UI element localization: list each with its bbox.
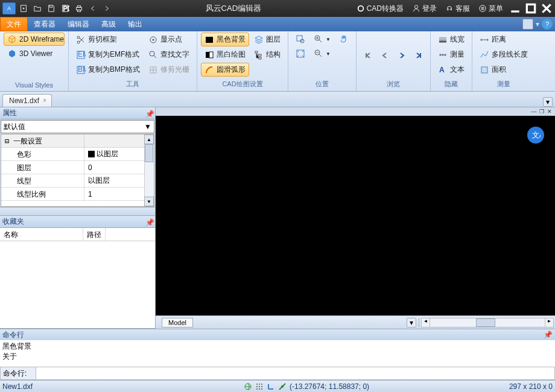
hide-measure-button[interactable]: 测量: [434, 48, 468, 62]
menu-viewer[interactable]: 查看器: [28, 17, 62, 31]
grid-snap-icon[interactable]: [255, 382, 264, 391]
prop-row-color[interactable]: 色彩以图层: [1, 148, 154, 161]
pan-button[interactable]: [335, 33, 352, 46]
open-file-icon[interactable]: [31, 2, 43, 14]
col-name[interactable]: 名称: [0, 228, 83, 241]
props-scrollbar[interactable]: [144, 134, 154, 206]
copy-bmp-button[interactable]: BMP复制为BMP格式: [72, 63, 144, 77]
zoom-out-button[interactable]: ▼: [310, 47, 334, 60]
svg-rect-5: [77, 10, 80, 12]
status-filename: New1.dxf: [2, 382, 244, 391]
app-title: 风云CAD编辑器: [113, 3, 354, 14]
pin-icon[interactable]: 📌: [145, 110, 153, 117]
zoom-extents-button[interactable]: [292, 47, 309, 60]
pin-icon[interactable]: 📌: [544, 330, 553, 339]
cad-converter-button[interactable]: CAD转换器: [354, 2, 406, 15]
nav-last-button[interactable]: [411, 49, 427, 62]
model-tab[interactable]: Model: [162, 318, 193, 327]
redo-icon[interactable]: [101, 2, 113, 14]
favorites-header: 收藏夹 📌: [0, 216, 155, 228]
nav-first-button[interactable]: [360, 49, 376, 62]
menu-output[interactable]: 输出: [122, 17, 148, 31]
prop-row-linescale[interactable]: 线型比例1: [1, 188, 154, 201]
mono-draw-button[interactable]: 黑白绘图: [201, 48, 249, 62]
save-pdf-icon[interactable]: PDF: [59, 2, 71, 14]
close-button[interactable]: [541, 3, 553, 14]
prop-row-linetype[interactable]: 线型以图层: [1, 174, 154, 188]
properties-grid: ⊟ 一般设置 色彩以图层 图层0 线型以图层 线型比例1 ▲ ▼: [1, 134, 154, 207]
theme-button[interactable]: [522, 19, 533, 30]
structure-button[interactable]: 结构: [250, 48, 284, 62]
svg-rect-21: [209, 52, 213, 58]
canvas-hscroll[interactable]: ◄ ►: [421, 318, 554, 327]
doc-restore-icon[interactable]: ❐: [539, 109, 545, 115]
viewer-3d-button[interactable]: 3D Viewer: [4, 47, 65, 60]
distance-button[interactable]: 距离: [476, 33, 531, 46]
favorites-columns: 名称 路径: [0, 228, 155, 241]
scroll-down-button[interactable]: ▼: [144, 197, 154, 206]
support-button[interactable]: 客服: [443, 2, 472, 15]
save-icon[interactable]: [45, 2, 57, 14]
nav-prev-button[interactable]: [377, 49, 393, 62]
minimize-button[interactable]: [509, 3, 521, 14]
zoom-window-button[interactable]: [292, 33, 309, 46]
layers-button[interactable]: 图层: [250, 33, 284, 46]
scroll-up-button[interactable]: ▲: [144, 134, 154, 144]
translate-badge-icon[interactable]: 文A: [527, 127, 544, 144]
layout-dropdown[interactable]: ▾: [407, 318, 416, 327]
linewidth-button[interactable]: 线宽: [434, 33, 468, 46]
col-path[interactable]: 路径: [83, 228, 106, 241]
group-browse-label: 浏览: [360, 78, 427, 90]
menu-button[interactable]: 菜单: [476, 2, 506, 15]
hide-text-button[interactable]: A文本: [434, 63, 468, 77]
osnap-icon[interactable]: [278, 382, 287, 391]
drawing-canvas[interactable]: 文A: [156, 116, 555, 315]
black-bg-button[interactable]: 黑色背景: [201, 33, 249, 46]
zoom-in-button[interactable]: ▼: [310, 33, 334, 46]
file-tab[interactable]: New1.dxf×: [2, 94, 52, 107]
copy-emf-button[interactable]: EMF复制为EMF格式: [72, 48, 144, 62]
show-point-button[interactable]: 显示点: [145, 33, 193, 46]
polylength-button[interactable]: 多段线长度: [476, 48, 531, 62]
menu-advanced[interactable]: 高级: [95, 17, 122, 31]
svg-point-37: [256, 386, 258, 387]
doc-min-icon[interactable]: —: [531, 109, 537, 115]
menubar: 文件 查看器 编辑器 高级 输出 ▾ ?: [0, 17, 555, 31]
smooth-arc-button[interactable]: 圆滑弧形: [201, 63, 249, 77]
nav-next-button[interactable]: [394, 49, 410, 62]
svg-point-39: [261, 386, 262, 387]
help-button[interactable]: ?: [542, 19, 553, 30]
prop-row-layer[interactable]: 图层0: [1, 161, 154, 174]
new-file-icon[interactable]: [17, 2, 30, 14]
text-icon: A: [438, 65, 448, 75]
color-swatch-icon: [88, 151, 95, 157]
titlebar: A PDF 风云CAD编辑器 CAD转换器 登录 客服 菜单: [0, 0, 555, 17]
tabstrip-dropdown[interactable]: ▾: [543, 97, 553, 107]
group-cad-settings-label: CAD绘图设置: [201, 78, 284, 90]
menu-file[interactable]: 文件: [0, 17, 28, 31]
mono-icon: [205, 50, 214, 60]
doc-close-icon[interactable]: ✕: [547, 109, 553, 115]
point-icon: [148, 35, 158, 45]
search-icon: [148, 50, 158, 60]
area-button[interactable]: 面积: [476, 63, 531, 77]
clip-frame-button[interactable]: 剪切框架: [72, 33, 144, 46]
tab-close-icon[interactable]: ×: [43, 97, 49, 103]
ortho-icon[interactable]: [267, 382, 275, 391]
properties-combo[interactable]: 默认值▼: [1, 120, 154, 133]
pin-icon[interactable]: 📌: [145, 218, 153, 226]
status-dimensions: 297 x 210 x 0: [509, 382, 553, 391]
svg-point-6: [358, 6, 363, 11]
wireframe-2d-button[interactable]: 2D Wireframe: [4, 33, 65, 46]
svg-point-36: [261, 384, 262, 385]
command-input[interactable]: [36, 367, 555, 380]
black-rect-icon: [205, 35, 214, 45]
globe-icon[interactable]: [244, 382, 252, 391]
menu-editor[interactable]: 编辑器: [62, 17, 95, 31]
print-icon[interactable]: [73, 2, 85, 14]
undo-icon[interactable]: [87, 2, 99, 14]
emf-icon: EMF: [76, 50, 86, 60]
login-button[interactable]: 登录: [410, 2, 439, 15]
maximize-button[interactable]: [525, 3, 537, 14]
find-text-button[interactable]: 查找文字: [145, 48, 193, 62]
